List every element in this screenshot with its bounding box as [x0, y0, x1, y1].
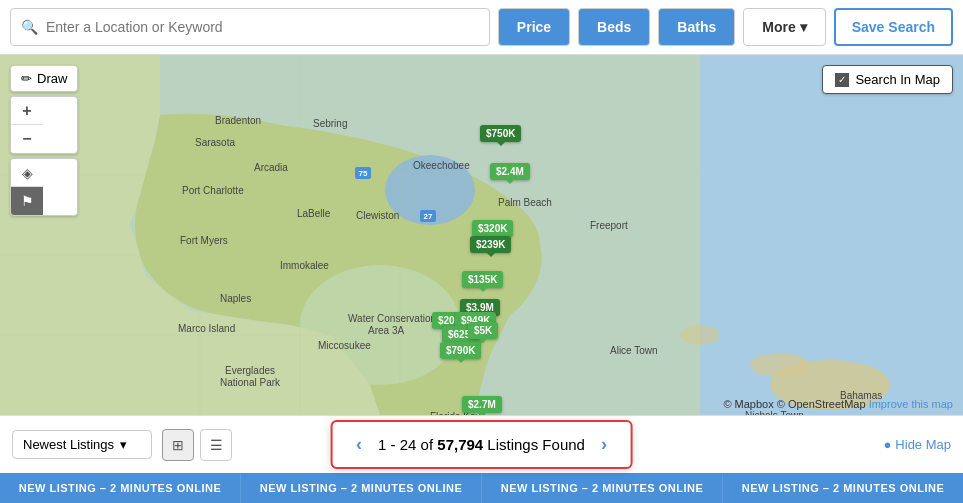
- grid-view-button[interactable]: ⊞: [162, 429, 194, 461]
- svg-point-5: [680, 325, 720, 345]
- hide-map-button[interactable]: ● Hide Map: [884, 437, 952, 452]
- city-label-port-charlotte: Port Charlotte: [182, 185, 244, 196]
- listings-text-prefix: 1 - 24 of: [378, 436, 437, 453]
- draw-button[interactable]: ✏ Draw: [10, 65, 78, 92]
- city-label-arcadia: Arcadia: [254, 162, 288, 173]
- price-marker-320k[interactable]: $320K: [472, 220, 513, 237]
- flag-icon: ⚑: [21, 193, 34, 209]
- map-attribution: © Mapbox © OpenStreetMap Improve this ma…: [723, 398, 953, 410]
- pencil-icon: ✏: [21, 71, 32, 86]
- listings-strip: NEW LISTING – 2 MINUTES ONLINE NEW LISTI…: [0, 473, 963, 503]
- city-label-freeport: Freeport: [590, 220, 628, 231]
- price-marker-790k[interactable]: $790K: [440, 342, 481, 359]
- city-label-fort-myers: Fort Myers: [180, 235, 228, 246]
- search-input-container[interactable]: 🔍: [10, 8, 490, 46]
- price-filter-button[interactable]: Price: [498, 8, 570, 46]
- city-label-palm-beach: Palm Beach: [498, 197, 552, 208]
- extra-map-controls: ◈ ⚑: [10, 158, 78, 216]
- marker-button[interactable]: ⚑: [11, 187, 43, 215]
- layers-button[interactable]: ◈: [11, 159, 43, 187]
- sort-label: Newest Listings: [23, 437, 114, 452]
- city-label-bradenton: Bradenton: [215, 115, 261, 126]
- next-listings-button[interactable]: ›: [601, 434, 607, 455]
- beds-filter-button[interactable]: Beds: [578, 8, 650, 46]
- city-label-labelle: LaBelle: [297, 208, 330, 219]
- price-marker-5k[interactable]: $5K: [468, 322, 498, 339]
- svg-text:27: 27: [424, 212, 433, 221]
- list-icon: ☰: [210, 437, 223, 453]
- city-label-clewiston: Clewiston: [356, 210, 399, 221]
- city-label-area-3a: Area 3A: [368, 325, 404, 336]
- draw-label: Draw: [37, 71, 67, 86]
- checkbox-icon: ✓: [835, 73, 849, 87]
- zoom-out-button[interactable]: −: [11, 125, 43, 153]
- zoom-controls: + −: [10, 96, 78, 154]
- listing-strip-item-2[interactable]: NEW LISTING – 2 MINUTES ONLINE: [241, 473, 482, 503]
- more-filter-button[interactable]: More ▾: [743, 8, 825, 46]
- listings-number: 57,794: [437, 436, 483, 453]
- listing-strip-item-4[interactable]: NEW LISTING – 2 MINUTES ONLINE: [723, 473, 963, 503]
- city-label-nichols-town: Nichols Town: [745, 410, 804, 415]
- grid-icon: ⊞: [172, 437, 184, 453]
- price-marker-2-7m[interactable]: $2.7M: [462, 396, 502, 413]
- view-toggles: ⊞ ☰: [162, 429, 232, 461]
- prev-listings-button[interactable]: ‹: [356, 434, 362, 455]
- city-label-miccosukee: Miccosukee: [318, 340, 371, 351]
- hide-map-label: Hide Map: [895, 437, 951, 452]
- eye-icon: ●: [884, 437, 892, 452]
- search-icon: 🔍: [21, 19, 38, 35]
- svg-point-4: [750, 353, 810, 377]
- search-header: 🔍 Price Beds Baths More ▾ Save Search: [0, 0, 963, 55]
- baths-filter-button[interactable]: Baths: [658, 8, 735, 46]
- svg-text:75: 75: [359, 169, 368, 178]
- city-label-naples: Naples: [220, 293, 251, 304]
- map-container[interactable]: 75 27 Sarasota Bradenton Sebring Arcadia…: [0, 55, 963, 415]
- search-in-map-label: Search In Map: [855, 72, 940, 87]
- layers-icon: ◈: [22, 165, 33, 181]
- list-view-button[interactable]: ☰: [200, 429, 232, 461]
- price-marker-2-4m[interactable]: $2.4M: [490, 163, 530, 180]
- city-label-marco-island: Marco Island: [178, 323, 235, 334]
- improve-map-link[interactable]: Improve this map: [869, 398, 953, 410]
- sort-dropdown[interactable]: Newest Listings ▾: [12, 430, 152, 459]
- city-label-immokalee: Immokalee: [280, 260, 329, 271]
- zoom-in-button[interactable]: +: [11, 97, 43, 125]
- city-label-sarasota: Sarasota: [195, 137, 235, 148]
- search-in-map-button[interactable]: ✓ Search In Map: [822, 65, 953, 94]
- search-input[interactable]: [46, 19, 479, 35]
- listing-strip-item-1[interactable]: NEW LISTING – 2 MINUTES ONLINE: [0, 473, 241, 503]
- attribution-text: © Mapbox © OpenStreetMap: [723, 398, 865, 410]
- more-label: More: [762, 19, 795, 35]
- chevron-down-icon: ▾: [800, 19, 807, 35]
- price-marker-135k[interactable]: $135K: [462, 271, 503, 288]
- map-controls-left: ✏ Draw + − ◈ ⚑: [10, 65, 78, 216]
- listings-text-suffix: Listings Found: [483, 436, 585, 453]
- price-marker-750k[interactable]: $750K: [480, 125, 521, 142]
- city-label-water-conservation: Water Conservation: [348, 313, 436, 324]
- listings-count: 1 - 24 of 57,794 Listings Found: [378, 436, 585, 453]
- price-marker-239k[interactable]: $239K: [470, 236, 511, 253]
- listing-strip-item-3[interactable]: NEW LISTING – 2 MINUTES ONLINE: [482, 473, 723, 503]
- listings-found-panel: ‹ 1 - 24 of 57,794 Listings Found ›: [330, 420, 633, 469]
- save-search-button[interactable]: Save Search: [834, 8, 953, 46]
- city-label-sebring: Sebring: [313, 118, 347, 129]
- city-label-national-park: National Park: [220, 377, 280, 388]
- bottom-bar: Newest Listings ▾ ⊞ ☰ ‹ 1 - 24 of 57,794…: [0, 415, 963, 473]
- sort-chevron-icon: ▾: [120, 437, 127, 452]
- city-label-everglades: Everglades: [225, 365, 275, 376]
- city-label-okeechobee: Okeechobee: [413, 160, 470, 171]
- city-label-alice-town: Alice Town: [610, 345, 658, 356]
